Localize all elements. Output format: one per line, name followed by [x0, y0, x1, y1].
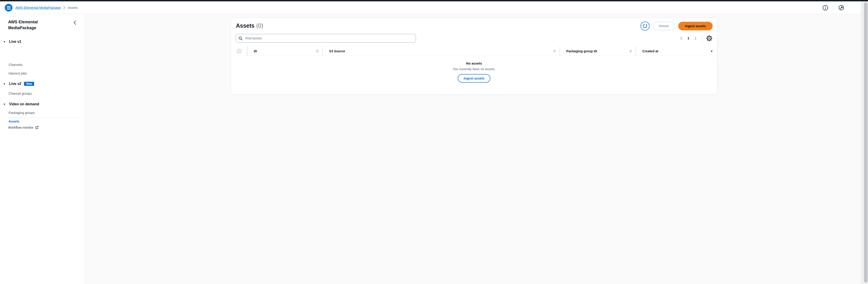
sidebar-item-packaging-groups[interactable]: Packaging groups: [9, 111, 35, 115]
empty-state-description: You currently have no assets.: [231, 67, 717, 71]
empty-state: No assets You currently have no assets. …: [231, 61, 717, 83]
pagination: 1: [679, 34, 713, 43]
sidebar-divider: [6, 117, 80, 118]
column-header-id[interactable]: ID ▽: [247, 47, 322, 56]
sidebar-item-channel-groups[interactable]: Channel groups: [9, 92, 32, 95]
page-scrollbar: [861, 1, 868, 284]
sidebar-item-harvest-jobs[interactable]: Harvest jobs: [9, 72, 27, 75]
search-input[interactable]: [245, 36, 413, 40]
column-header-created-at[interactable]: Created at ▼: [636, 47, 717, 56]
page-title: Assets(0): [236, 22, 263, 29]
section-caret-icon: ▼: [3, 40, 6, 43]
column-header-packaging-group-id[interactable]: Packaging group ID ▽: [560, 47, 636, 56]
sort-icon: ▽: [316, 50, 318, 53]
sort-icon: ▽: [629, 50, 632, 53]
header-utilities: [822, 1, 844, 14]
sidebar-item-assets[interactable]: Assets: [9, 120, 20, 123]
app-root: AWS Elemental MediaPackage Assets AWS El…: [0, 0, 868, 284]
external-link-icon: [35, 126, 39, 129]
select-all-checkbox[interactable]: [237, 49, 242, 54]
sidebar-section-video-on-demand[interactable]: ▼ Video on demand: [3, 102, 39, 106]
section-label: Live v2: [9, 82, 21, 86]
info-icon[interactable]: [822, 5, 829, 11]
sort-icon: ▽: [553, 50, 556, 53]
column-header-s3-source[interactable]: S3 Source ▽: [322, 47, 560, 56]
breadcrumb-current-page: Assets: [68, 6, 78, 9]
ingest-assets-button[interactable]: Ingest assets: [678, 22, 713, 30]
sidebar-section-live-v1[interactable]: ▼ Live v1: [3, 40, 21, 44]
breadcrumb: AWS Elemental MediaPackage Assets: [16, 1, 78, 14]
assets-title: Assets: [236, 22, 254, 29]
section-label: Video on demand: [9, 102, 39, 106]
top-navigation-bar: AWS Elemental MediaPackage Assets: [0, 1, 868, 14]
sidebar-section-live-v2[interactable]: ▼ Live v2 New: [3, 82, 34, 86]
hamburger-icon: [7, 6, 11, 7]
search-icon: [238, 36, 243, 40]
breadcrumb-separator-icon: [63, 6, 65, 9]
current-page-number[interactable]: 1: [687, 36, 689, 40]
main-content: Assets(0) Delete Ingest assets: [85, 14, 861, 284]
new-badge: New: [24, 82, 34, 86]
refresh-button[interactable]: [641, 22, 650, 31]
sidebar: AWS Elemental MediaPackage ▼ Live v1 Cha…: [0, 14, 85, 284]
section-caret-icon: ▼: [3, 82, 6, 85]
breadcrumb-service-link[interactable]: AWS Elemental MediaPackage: [16, 6, 61, 9]
settings-gear-icon[interactable]: [706, 35, 713, 42]
sidebar-collapse-icon[interactable]: [73, 20, 76, 25]
next-page-icon[interactable]: [693, 36, 698, 41]
workflow-monitor-label: Workflow monitor: [8, 126, 33, 129]
table-header-checkbox-cell: [231, 47, 247, 56]
sidebar-item-channels[interactable]: Channels: [9, 63, 22, 66]
sidebar-service-title: AWS Elemental MediaPackage: [8, 19, 65, 31]
assets-table-header: ID ▽ S3 Source ▽ Packaging group ID ▽ Cr…: [231, 47, 717, 56]
hamburger-menu-button[interactable]: [5, 4, 12, 11]
assets-counter: (0): [256, 22, 263, 29]
hexagon-settings-icon[interactable]: [838, 4, 844, 11]
delete-button[interactable]: Delete: [653, 22, 675, 30]
search-box: [236, 34, 416, 42]
panel-actions: Delete Ingest assets: [641, 22, 713, 31]
empty-state-ingest-assets-button[interactable]: Ingest assets: [458, 74, 490, 83]
sort-descending-icon: ▼: [710, 50, 713, 53]
section-caret-icon: ▼: [3, 103, 6, 106]
section-label: Live v1: [9, 40, 21, 44]
empty-state-title: No assets: [231, 61, 717, 65]
pagination-divider: [702, 34, 702, 43]
assets-panel: Assets(0) Delete Ingest assets: [231, 18, 717, 95]
scrollbar-thumb[interactable]: [864, 2, 868, 283]
sidebar-workflow-monitor-link[interactable]: Workflow monitor: [8, 126, 39, 129]
previous-page-icon[interactable]: [679, 36, 683, 41]
search-and-pagination-row: 1: [236, 34, 713, 43]
